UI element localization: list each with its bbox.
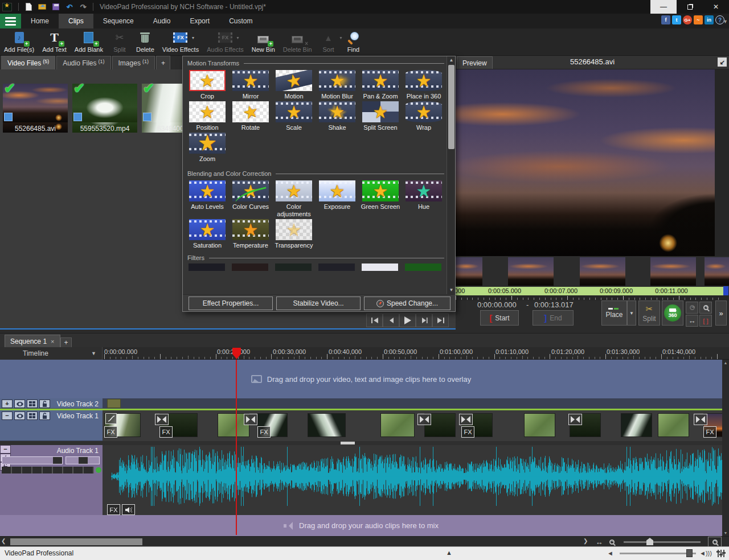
panel-toggle-icon[interactable]: ▲ — [446, 549, 452, 556]
bin-clip-thumbnail[interactable]: ✔ — [3, 84, 68, 122]
bin-tab[interactable]: Audio Files(1) — [56, 56, 110, 69]
effect-thumbnail[interactable] — [406, 101, 442, 122]
playhead-handle[interactable] — [232, 348, 241, 359]
effect-thumbnail[interactable] — [232, 219, 269, 240]
toolbar-button[interactable]: FX▾ Audio Effects — [203, 28, 248, 55]
close-button[interactable]: ✕ — [703, 0, 729, 14]
bin-clip-thumbnail[interactable]: ✔ — [72, 84, 137, 122]
scroll-up-icon[interactable]: ▲ — [722, 361, 729, 365]
toolbar-button[interactable]: ▾ Delete — [132, 28, 158, 55]
preview-filmstrip[interactable] — [456, 256, 729, 287]
redo-icon[interactable]: ↷ — [79, 2, 88, 11]
lock-track-icon[interactable] — [39, 400, 50, 408]
effect-thumbnail[interactable] — [362, 101, 399, 122]
timeline-clip[interactable]: FX — [658, 413, 689, 437]
ribbon-tab[interactable]: Custom — [219, 14, 262, 28]
timeline-clip[interactable]: FX — [257, 413, 288, 437]
toolbar-button[interactable]: T+▾ Add Text — [38, 28, 71, 55]
video-track-2-clip[interactable] — [107, 399, 121, 408]
undo-icon[interactable]: ↶ — [65, 2, 74, 11]
toolbar-button[interactable]: FX▾ Video Effects — [158, 28, 203, 55]
toolbar-button[interactable]: +▾ New Bin — [248, 28, 279, 55]
video-track-2-lane[interactable] — [103, 398, 722, 409]
bin-tab[interactable]: Images(1) — [112, 56, 155, 69]
volume-max-icon[interactable]: ◄))) — [699, 550, 712, 557]
effect-item[interactable]: Rotate — [230, 100, 272, 131]
effect-item[interactable]: Color adjustments — [273, 179, 315, 218]
effect-item[interactable] — [359, 263, 403, 271]
effect-item[interactable]: Wrap — [403, 100, 445, 131]
step-back-button[interactable] — [383, 314, 399, 327]
audio-drop-zone[interactable]: Drag and drop your audio clips here to m… — [0, 515, 722, 536]
ribbon-tab[interactable]: Sequence — [93, 14, 144, 28]
crossfade-transition-icon[interactable] — [568, 414, 582, 425]
volume-min-icon[interactable]: ◄ — [607, 550, 613, 557]
set-start-button[interactable]: Start — [480, 310, 519, 326]
effect-thumbnail[interactable] — [276, 101, 312, 122]
toolbar-button[interactable]: ×▾ Delete Bin — [279, 28, 316, 55]
effect-item[interactable] — [403, 263, 446, 271]
fade-curve-icon[interactable] — [105, 413, 117, 424]
effect-item[interactable]: Hue — [403, 179, 445, 218]
effect-properties-button[interactable]: Effect Properties... — [189, 297, 273, 310]
effects-panel-scrollbar[interactable]: ▲ ▼ — [447, 56, 455, 294]
effect-item[interactable]: Zoom — [186, 131, 228, 163]
crossfade-transition-icon[interactable] — [694, 414, 707, 425]
effect-thumbnail[interactable] — [362, 180, 399, 201]
effect-thumbnail[interactable] — [276, 180, 312, 201]
effect-item[interactable]: Exposure — [316, 179, 358, 218]
stabilize-video-button[interactable]: Stabilize Video... — [276, 297, 361, 310]
crossfade-transition-icon[interactable] — [155, 414, 169, 425]
effect-thumbnail[interactable] — [405, 263, 441, 271]
clip-fx-badge[interactable]: FX — [257, 426, 271, 438]
audio-waveform[interactable] — [111, 446, 722, 507]
close-sequence-icon[interactable]: × — [51, 338, 54, 345]
skip-to-end-button[interactable] — [432, 314, 449, 327]
clip-fx-badge[interactable]: FX — [461, 426, 474, 438]
timeline-clip[interactable]: FX — [104, 413, 141, 437]
clip-fx-badge[interactable]: FX — [104, 426, 117, 438]
timeline-clip[interactable]: FX — [308, 413, 346, 437]
timeline-ruler[interactable]: 0:00:00.0000:00:20,0000:00:30,0000:00:40… — [0, 347, 729, 360]
like-icon[interactable] — [650, 15, 660, 24]
clip-thumbnail[interactable] — [524, 413, 555, 437]
effect-thumbnail[interactable] — [232, 101, 269, 122]
clip-thumbnail[interactable] — [658, 413, 689, 437]
toolbar-button[interactable]: ▲▾ Sort — [316, 28, 341, 55]
step-forward-button[interactable] — [416, 314, 432, 327]
view-360-button[interactable]: 360 — [662, 300, 683, 326]
place-dropdown-caret[interactable]: ▼ — [627, 300, 636, 326]
collapse-track-button[interactable]: − — [2, 411, 13, 420]
effect-item[interactable] — [316, 263, 359, 271]
track-visibility-icon[interactable] — [14, 400, 25, 408]
effect-item[interactable]: Split Screen — [359, 100, 402, 131]
fit-width-button[interactable]: ↔ — [686, 315, 698, 327]
timeline-zoom-out-button[interactable]: – — [606, 537, 617, 547]
effect-thumbnail[interactable] — [232, 70, 269, 91]
effect-item[interactable]: Crop — [186, 69, 228, 100]
collapse-track-button[interactable]: − — [0, 445, 11, 454]
master-volume-slider[interactable] — [620, 553, 696, 554]
effect-thumbnail[interactable] — [319, 70, 355, 91]
preview-scrubber-bar[interactable]: 0000:00:05.0000:00:07.0000:00:09.0000:00… — [456, 287, 723, 295]
ribbon-tab[interactable]: Home — [21, 14, 59, 28]
save-project-icon[interactable] — [51, 2, 60, 11]
effect-thumbnail[interactable] — [406, 180, 442, 201]
playhead-line[interactable] — [236, 360, 237, 535]
add-sequence-button[interactable]: + — [60, 337, 72, 348]
nch-icon[interactable]: ~ — [694, 15, 703, 24]
effect-item[interactable] — [273, 263, 316, 271]
effect-thumbnail[interactable] — [406, 70, 442, 91]
facebook-icon[interactable]: f — [661, 15, 670, 24]
mixer-icon[interactable] — [718, 550, 724, 557]
speed-change-button[interactable]: Speed Change... — [364, 297, 450, 310]
tracks-vertical-scrollbar[interactable]: ▲ ▼ — [722, 360, 729, 536]
split-button[interactable]: ✂ Split — [638, 300, 660, 326]
timeline-zoom-in-button[interactable]: + — [708, 537, 722, 547]
effect-thumbnail[interactable] — [189, 263, 225, 271]
effect-thumbnail[interactable] — [189, 133, 226, 154]
scroll-right-icon[interactable]: ❯ — [583, 538, 588, 544]
googleplus-icon[interactable]: G+ — [683, 15, 692, 24]
overlay-drop-zone[interactable]: Drag and drop your video, text and image… — [0, 360, 722, 398]
storyboard-icon[interactable] — [27, 411, 38, 420]
